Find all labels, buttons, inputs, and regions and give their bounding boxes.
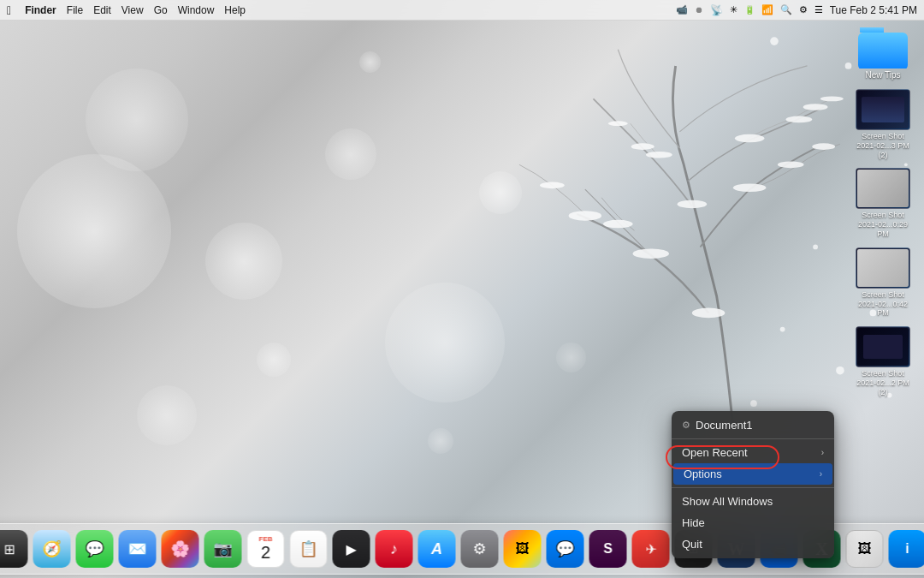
dock-facetime[interactable]: 📷 [204, 529, 243, 569]
wifi-strength-icon[interactable]: 📶 [761, 4, 773, 15]
tree-illustration [411, 0, 924, 428]
desktop:  Finder File Edit View Go Window Help 📹… [0, 0, 924, 578]
svg-point-3 [540, 182, 565, 189]
menu-divider-2 [672, 487, 834, 488]
battery-icon[interactable]: 🔋 [744, 5, 755, 15]
menubar-right: 📹 ⏺ 📡 ✳ 🔋 📶 🔍 ⚙ ☰ Tue Feb 2 5:41 PM [676, 4, 917, 16]
svg-point-2 [569, 211, 601, 221]
menubar:  Finder File Edit View Go Window Help 📹… [0, 0, 924, 21]
dock-music[interactable]: ♪ [375, 529, 414, 569]
svg-point-10 [785, 116, 812, 123]
dock-slack[interactable]: S [589, 529, 628, 569]
svg-point-25 [750, 400, 757, 407]
svg-point-1 [603, 220, 633, 229]
svg-point-6 [812, 143, 835, 150]
facetime-menubar-icon[interactable]: 📹 [676, 4, 688, 15]
dock-messages[interactable]: 💬 [75, 529, 115, 569]
dock-messenger[interactable]: 💬 [546, 529, 585, 569]
quit-label: Quit [682, 538, 702, 551]
desktop-icon-screenshot-1[interactable]: Screen Shot2021-02...3 PM (2) [849, 87, 917, 161]
desktop-icon-label: New Tips [865, 70, 900, 80]
notification-icon[interactable]: ☰ [814, 4, 823, 15]
svg-point-22 [780, 327, 785, 332]
svg-point-18 [770, 37, 779, 45]
svg-point-0 [633, 248, 669, 259]
context-menu-title: Document1 [696, 419, 752, 432]
desktop-icon-screenshot-2[interactable]: Screen Shot2021-02...0:29 PM [849, 166, 917, 240]
svg-point-4 [733, 183, 766, 192]
desktop-icon-label: Screen Shot2021-02...0:42 PM [852, 290, 914, 318]
options-label: Options [684, 468, 722, 480]
chevron-right-icon: › [821, 448, 824, 457]
desktop-icon-screenshot-3[interactable]: Screen Shot2021-02...0:42 PM [849, 246, 917, 319]
menubar-left:  Finder File Edit View Go Window Help [7, 3, 246, 17]
svg-point-8 [646, 152, 672, 158]
dock-launchpad[interactable]: ⊞ [0, 529, 29, 569]
menubar-edit[interactable]: Edit [93, 4, 111, 16]
dock-safari[interactable]: 🧭 [33, 529, 72, 569]
context-menu-header: ⚙ Document1 [672, 414, 834, 436]
dock-mail[interactable]: ✉️ [118, 529, 157, 569]
desktop-icon-new-tips[interactable]: New Tips [849, 26, 917, 82]
dock-reminders[interactable]: 📋 [289, 529, 329, 569]
desktop-icon-screenshot-4[interactable]: Screen Shot2021-02...2 PM (2) [849, 325, 917, 398]
word-doc-icon: ⚙ [682, 420, 690, 431]
active-app-name[interactable]: Finder [25, 4, 56, 16]
svg-point-5 [778, 161, 804, 168]
screentime-icon[interactable]: ⏺ [695, 5, 703, 15]
apple-menu-icon[interactable]:  [7, 3, 11, 17]
dock-photos[interactable]: 🌸 [161, 529, 200, 569]
search-icon[interactable]: 🔍 [780, 4, 792, 15]
dock-istat[interactable]: i [888, 529, 925, 569]
dock-photos2[interactable]: 🖼 [845, 529, 885, 569]
desktop-icon-label: Screen Shot2021-02...3 PM (2) [852, 132, 914, 159]
dock-calendar[interactable]: FEB 2 [246, 529, 286, 569]
dock-appletv[interactable]: ▶ [332, 529, 371, 569]
open-recent-label: Open Recent [682, 446, 748, 459]
svg-point-19 [813, 245, 818, 250]
svg-point-15 [803, 104, 828, 110]
dock-fantastical[interactable]: ✈ [631, 529, 671, 569]
svg-point-7 [678, 200, 708, 209]
show-all-windows-label: Show All Windows [682, 495, 773, 508]
svg-point-23 [836, 366, 844, 375]
svg-point-9 [735, 134, 765, 143]
clock[interactable]: Tue Feb 2 5:41 PM [830, 4, 917, 16]
menubar-view[interactable]: View [121, 4, 144, 16]
bluetooth-icon[interactable]: ✳ [730, 4, 737, 15]
menu-divider [672, 438, 834, 439]
dock-appstore[interactable]: A [418, 529, 457, 569]
svg-point-12 [631, 143, 654, 150]
context-menu: ⚙ Document1 Open Recent › Options › Show… [672, 411, 834, 558]
menubar-file[interactable]: File [67, 4, 83, 16]
desktop-icon-label: Screen Shot2021-02...2 PM (2) [852, 369, 914, 396]
desktop-icons: New Tips Screen Shot2021-02...3 PM (2) S… [849, 26, 917, 399]
svg-point-11 [820, 97, 844, 102]
dock-preview[interactable]: 🖼 [503, 529, 542, 569]
chevron-right-icon: › [820, 469, 822, 479]
control-center-icon[interactable]: ⚙ [799, 4, 808, 15]
context-hide[interactable]: Hide [672, 512, 834, 533]
wifi-icon[interactable]: 📡 [710, 4, 723, 16]
context-open-recent[interactable]: Open Recent › [672, 442, 834, 463]
svg-point-14 [692, 308, 725, 319]
context-options[interactable]: Options › [673, 463, 832, 485]
hide-label: Hide [682, 516, 705, 529]
svg-point-13 [608, 121, 628, 126]
menubar-window[interactable]: Window [178, 4, 215, 16]
context-quit[interactable]: Quit [672, 533, 834, 555]
dock-system-prefs[interactable]: ⚙ [460, 529, 500, 569]
menubar-go[interactable]: Go [154, 4, 168, 16]
desktop-icon-label: Screen Shot2021-02...0:29 PM [852, 211, 914, 238]
context-show-all-windows[interactable]: Show All Windows [672, 491, 834, 512]
menubar-help[interactable]: Help [224, 4, 246, 16]
